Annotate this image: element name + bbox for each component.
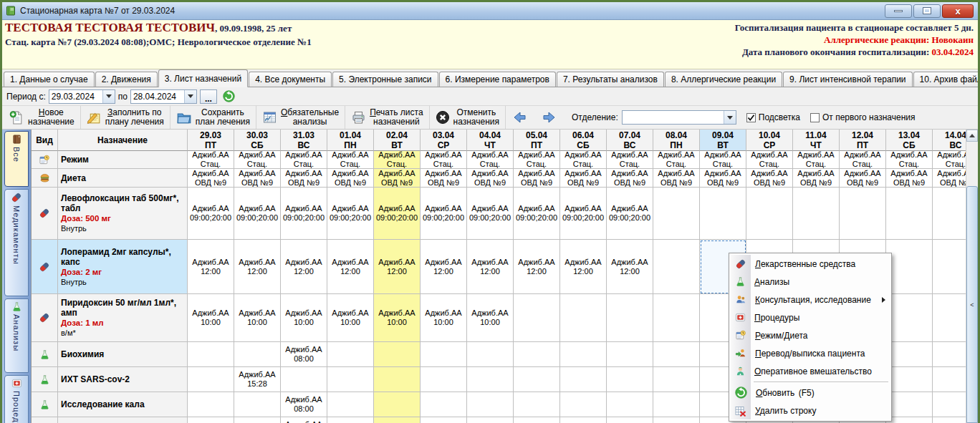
grid-cell[interactable]: Аджиб.ААСтац. (234, 151, 281, 169)
tab-6[interactable]: 6. Измерение параметров (439, 72, 556, 87)
menu-regime-diet[interactable]: Режим/Диета (731, 326, 890, 344)
print-sheet-button[interactable]: Печать листаназначений (345, 106, 429, 129)
prescription-name-cell[interactable]: Биохимия (58, 342, 188, 367)
grid-cell[interactable]: Аджиб.АА12:00 (560, 240, 607, 294)
grid-cell[interactable]: Аджиб.ААСтац. (840, 151, 886, 169)
grid-cell[interactable]: Аджиб.АА12:00 (421, 240, 467, 294)
grid-cell[interactable] (421, 417, 467, 423)
grid-cell[interactable]: Аджиб.ААОВД №9 (933, 169, 966, 188)
grid-cell[interactable]: Аджиб.АА10:00 (421, 294, 467, 342)
date-column-header[interactable]: 03.04СР (421, 130, 467, 151)
grid-cell[interactable]: Аджиб.АА08:00 (281, 417, 327, 423)
grid-cell[interactable] (467, 367, 514, 392)
checkbox-from-first[interactable]: От первого назначения (810, 106, 916, 129)
scrollbar-thumb[interactable]: < (966, 186, 978, 423)
grid-cell[interactable] (514, 342, 560, 367)
grid-cell[interactable]: Аджиб.ААСтац. (653, 151, 700, 169)
grid-cell[interactable] (514, 367, 560, 392)
row-type-cell[interactable] (32, 151, 58, 169)
grid-cell[interactable]: Аджиб.ААОВД №9 (560, 169, 607, 188)
grid-cell[interactable] (421, 392, 467, 417)
date-column-header[interactable]: 30.03СБ (234, 130, 281, 151)
grid-cell[interactable] (886, 342, 933, 367)
grid-cell[interactable] (560, 294, 607, 342)
grid-cell[interactable] (327, 342, 374, 367)
grid-cell[interactable] (234, 342, 281, 367)
grid-cell[interactable]: Аджиб.ААСтац. (281, 151, 327, 169)
grid-cell[interactable] (933, 417, 966, 423)
grid-cell[interactable]: Аджиб.АА08:00 (281, 342, 327, 367)
tab-10[interactable]: 10. Архив файлов (913, 72, 980, 87)
department-select[interactable] (622, 110, 736, 125)
grid-cell[interactable]: Аджиб.ААОВД №9 (746, 169, 793, 188)
row-type-cell[interactable] (32, 294, 58, 342)
prescription-name-cell[interactable]: Исследование кала (58, 392, 188, 417)
grid-cell[interactable]: Аджиб.ААСтац. (607, 151, 653, 169)
grid-cell[interactable]: Аджиб.ААСтац. (886, 151, 933, 169)
department-dropdown-icon[interactable] (724, 111, 736, 124)
sidebar-tab-procedures[interactable]: Процедуры (4, 375, 29, 423)
tab-3[interactable]: 3. Лист назначений (158, 69, 248, 87)
grid-cell[interactable] (327, 392, 374, 417)
date-column-header[interactable]: 12.04ПТ (840, 130, 886, 151)
grid-cell[interactable]: Аджиб.ААСтац. (700, 151, 746, 169)
grid-cell[interactable]: Аджиб.АА09:00;20:00 (188, 188, 234, 240)
grid-cell[interactable] (467, 392, 514, 417)
period-more-button[interactable]: ... (200, 89, 217, 104)
grid-cell[interactable]: Аджиб.АА10:00 (467, 294, 514, 342)
grid-cell[interactable]: Аджиб.АА10:00 (281, 294, 327, 342)
grid-cell[interactable]: Аджиб.ААСтац. (793, 151, 840, 169)
grid-cell[interactable] (560, 367, 607, 392)
grid-cell[interactable]: Аджиб.АА09:00;20:00 (514, 188, 560, 240)
grid-cell[interactable]: Аджиб.АА12:00 (188, 240, 234, 294)
grid-cell[interactable]: Аджиб.АА12:00 (281, 240, 327, 294)
grid-cell[interactable] (886, 240, 933, 294)
save-plan-button[interactable]: Сохранитьплан лечения (170, 106, 256, 129)
grid-cell[interactable] (886, 392, 933, 417)
grid-cell[interactable] (886, 417, 933, 423)
date-column-header[interactable]: 29.03ПТ (188, 130, 234, 151)
scroll-up-button[interactable] (966, 130, 978, 142)
grid-cell[interactable] (933, 240, 966, 294)
grid-cell[interactable]: Аджиб.ААСтац. (746, 151, 793, 169)
date-column-header[interactable]: 06.04СБ (560, 130, 607, 151)
grid-cell[interactable]: Аджиб.АА12:00 (234, 240, 281, 294)
date-column-header[interactable]: 09.04ВТ (700, 130, 746, 151)
period-to-dropdown[interactable] (184, 90, 196, 103)
prescription-name-cell[interactable]: ИХТ SARS-cov-2 (58, 367, 188, 392)
grid-cell[interactable]: Аджиб.АА09:00;20:00 (327, 188, 374, 240)
prescription-name-cell[interactable]: Пиридоксин 50 мг/мл 1мл*, ампДоза: 1 млв… (58, 294, 188, 342)
row-type-cell[interactable] (32, 342, 58, 367)
grid-cell[interactable]: Аджиб.АА12:00 (514, 240, 560, 294)
date-column-header[interactable]: 08.04ПН (653, 130, 700, 151)
grid-cell[interactable]: Аджиб.ААОВД №9 (607, 169, 653, 188)
grid-cell[interactable] (886, 188, 933, 240)
date-column-header[interactable]: 05.04ПТ (514, 130, 560, 151)
grid-cell[interactable] (421, 342, 467, 367)
menu-procedures[interactable]: Процедуры (731, 308, 890, 326)
grid-cell[interactable]: Аджиб.ААОВД №9 (281, 169, 327, 188)
prescription-name-cell[interactable]: Лоперамид 2мг капсулы*, капсДоза: 2 мгВн… (58, 240, 188, 294)
date-column-header[interactable]: 07.04ВС (607, 130, 653, 151)
grid-cell[interactable] (188, 417, 234, 423)
grid-cell[interactable] (653, 342, 700, 367)
grid-cell[interactable] (653, 392, 700, 417)
minimize-button[interactable] (885, 4, 912, 18)
new-prescription-button[interactable]: Новоеназначение (4, 106, 81, 129)
grid-cell[interactable]: Аджиб.АА10:00 (374, 294, 421, 342)
tab-9[interactable]: 9. Лист интенсивной терапии (783, 72, 912, 87)
grid-cell[interactable]: Аджиб.ААОВД №9 (700, 169, 746, 188)
grid-cell[interactable]: Аджиб.ААСтац. (560, 151, 607, 169)
grid-cell[interactable]: Аджиб.ААСтац. (421, 151, 467, 169)
period-from-input[interactable] (49, 91, 102, 102)
grid-cell[interactable]: Аджиб.АА10:00 (188, 294, 234, 342)
grid-cell[interactable]: Аджиб.ААСтац. (514, 151, 560, 169)
grid-cell[interactable] (933, 188, 966, 240)
grid-cell[interactable] (281, 367, 327, 392)
grid-cell[interactable] (374, 392, 421, 417)
grid-cell[interactable]: Аджиб.ААОВД №9 (188, 169, 234, 188)
date-column-header[interactable]: 11.04ЧТ (793, 130, 840, 151)
grid-cell[interactable] (653, 294, 700, 342)
menu-refresh[interactable]: Обновить (F5) (731, 384, 890, 402)
next-day-button[interactable] (534, 106, 563, 129)
